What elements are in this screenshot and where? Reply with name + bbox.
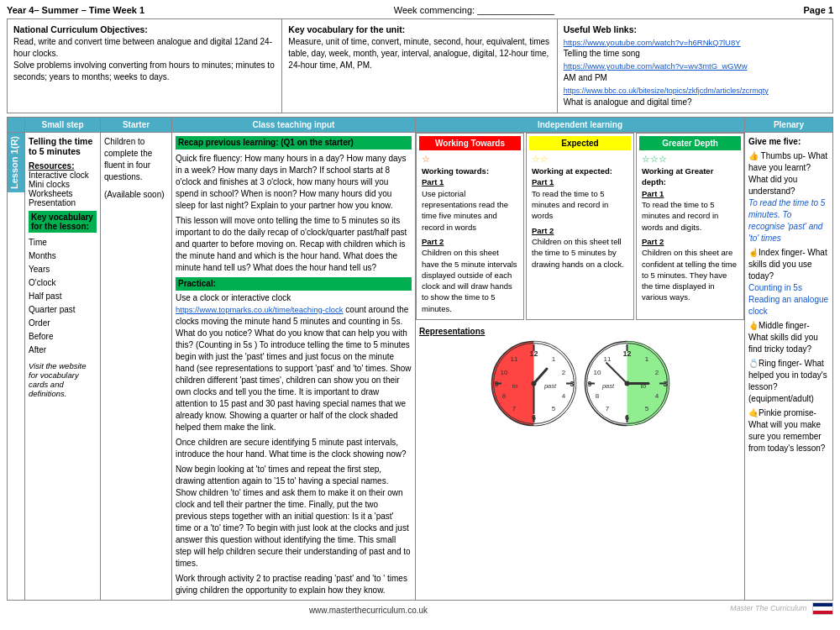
week-commencing: Week commencing: _______________ [394, 5, 554, 15]
small-step-title: Telling the time to 5 minutes [29, 136, 97, 156]
starter-note: (Available soon) [104, 190, 168, 199]
web-links-section: Useful Web links: https://www.youtube.co… [558, 19, 832, 113]
greater-depth-col: Greater Depth ☆☆☆ Working at Greater dep… [636, 133, 744, 320]
key-vocab-content: Measure, unit of time, convert, minute, … [288, 36, 550, 71]
wt-part2: Children on this sheet have the 5 minute… [422, 247, 518, 314]
document-title: Year 4– Summer – Time Week 1 [7, 5, 144, 15]
visit-note: Visit the website for vocabulary cards a… [29, 361, 97, 398]
ring-section: 💍Ring finger- What helped you in today's… [748, 358, 829, 405]
exp-part2: Children on this sheet tell the time to … [532, 236, 628, 270]
gd-label: Working at Greater depth: [642, 165, 738, 188]
ind-learning-header: Independent learning [416, 117, 745, 132]
clock-green: 12 6 3 9 1 2 4 5 7 8 10 [583, 339, 671, 428]
thumb-highlight: To read the time to 5 minutes. To recogn… [748, 198, 825, 243]
representations-area: Representations [416, 323, 744, 431]
exp-stars: ☆☆ [532, 153, 628, 165]
starter-cell: Children to complete the fluent in four … [101, 132, 172, 600]
objectives-text: Read, write and convert time between ana… [13, 36, 276, 83]
link2[interactable]: https://www.youtube.com/watch?v=wv3mtG_w… [564, 60, 827, 72]
index-section: ☝Index finger- What skills did you use t… [748, 247, 829, 318]
recap-label: Recap previous learning: (Q1 on the star… [176, 136, 412, 150]
svg-text:1: 1 [644, 355, 648, 363]
resources-label: Resources: [29, 161, 74, 171]
gd-part2: Children on this sheet are confident at … [642, 247, 738, 302]
web-links-title: Useful Web links: [564, 24, 827, 36]
vocab-list: TimeMonthsYearsO'clockHalf pastQuarter p… [29, 236, 97, 357]
lesson-col-header [8, 117, 25, 132]
svg-text:4: 4 [654, 392, 659, 400]
wt-part2-title: Part 2 [422, 236, 518, 247]
representations-label: Representations [419, 327, 741, 336]
teaching-para1: Quick fire fluency: How many hours in a … [176, 153, 412, 212]
link1-label: Telling the time song [564, 48, 827, 60]
svg-text:past: past [543, 382, 556, 390]
footer-bar: www.masterthecurriculum.co.uk Master The… [7, 602, 833, 615]
wt-part1-title: Part 1 [422, 176, 518, 187]
page-number: Page 1 [804, 5, 833, 15]
lesson-label-cell: Lesson 1(R) [8, 132, 25, 600]
teaching-header: Class teaching input [172, 117, 416, 132]
svg-text:2: 2 [561, 369, 565, 376]
svg-text:to: to [640, 382, 645, 390]
teaching-para2: This lesson will move onto telling the t… [176, 215, 412, 274]
greater-depth-header: Greater Depth [639, 136, 741, 150]
pinkie-section: 🤙Pinkie promise- What will you make sure… [748, 407, 829, 454]
svg-text:2: 2 [654, 369, 659, 376]
exp-part1-title: Part 1 [532, 176, 628, 187]
clocks-row: 12 6 3 9 1 2 4 5 7 8 10 [419, 339, 741, 428]
svg-text:8: 8 [595, 392, 599, 400]
exp-part1: To read the time to 5 minutes and record… [532, 188, 628, 222]
expected-col: Expected ☆☆ Working at expected: Part 1 … [526, 133, 634, 320]
expected-header: Expected [529, 136, 631, 150]
wt-stars: ☆ [422, 153, 518, 165]
link3[interactable]: https://www.bbc.co.uk/bitesize/topics/zk… [564, 84, 827, 97]
link3-label: What is analogue and digital time? [564, 97, 827, 108]
middle-section: 🖕Middle finger- What skills did you find… [748, 320, 829, 355]
link2-label: AM and PM [564, 72, 827, 84]
svg-text:12: 12 [529, 349, 538, 358]
svg-text:12: 12 [622, 349, 631, 358]
svg-point-43 [624, 381, 629, 386]
objectives-title: National Curriculum Objectives: [13, 24, 276, 36]
svg-text:11: 11 [603, 355, 611, 363]
thumb-section: 👍 Thumbs up- What have you learnt? What … [748, 150, 829, 244]
svg-text:9: 9 [494, 380, 498, 388]
link1[interactable]: https://www.youtube.com/watch?v=h6RNkQ7l… [564, 36, 827, 49]
svg-text:5: 5 [644, 405, 648, 412]
reading-highlight: Reading an analogue clock [748, 295, 828, 316]
teaching-cell: Recap previous learning: (Q1 on the star… [172, 132, 416, 600]
wt-label: Working towards: [422, 165, 518, 176]
svg-text:9: 9 [587, 380, 591, 388]
resource-item-1: Interactive clock [29, 171, 89, 180]
svg-text:past: past [601, 382, 614, 390]
svg-text:6: 6 [624, 413, 628, 422]
resource-item-3: Worksheets [29, 189, 73, 198]
lesson-label: Lesson 1(R) [8, 133, 24, 192]
practical-label: Practical: [176, 277, 412, 291]
svg-text:11: 11 [510, 355, 517, 363]
gd-part1-title: Part 1 [642, 188, 738, 199]
key-vocab-title: Key vocabulary for the unit: [288, 24, 550, 36]
teaching-para5: Now begin looking at 'to' times and repe… [176, 464, 412, 570]
footer-url: www.masterthecurriculum.co.uk [309, 606, 428, 615]
svg-text:3: 3 [570, 380, 574, 388]
svg-text:4: 4 [561, 392, 565, 400]
gd-part2-title: Part 2 [642, 236, 738, 247]
header-info-box: National Curriculum Objectives: Read, wr… [7, 18, 833, 113]
small-step-header: Small step [25, 117, 101, 132]
working-towards-col: Working Towards ☆ Working towards: Part … [416, 133, 524, 320]
svg-text:10: 10 [593, 369, 601, 376]
plenary-header: Plenary [745, 117, 833, 132]
svg-text:to: to [512, 382, 517, 390]
svg-text:7: 7 [605, 405, 609, 412]
svg-text:6: 6 [531, 413, 535, 422]
svg-point-20 [531, 381, 536, 386]
exp-part2-title: Part 2 [532, 225, 628, 236]
teaching-para4: Once children are secure identifying 5 m… [176, 437, 412, 460]
starter-header: Starter [101, 117, 172, 132]
objectives-section: National Curriculum Objectives: Read, wr… [8, 19, 282, 113]
topmarks-link[interactable]: https://www.topmarks.co.uk/time/teaching… [176, 305, 344, 314]
working-towards-header: Working Towards [419, 136, 521, 150]
svg-text:8: 8 [501, 392, 506, 400]
resource-item-4: Presentation [29, 198, 76, 207]
